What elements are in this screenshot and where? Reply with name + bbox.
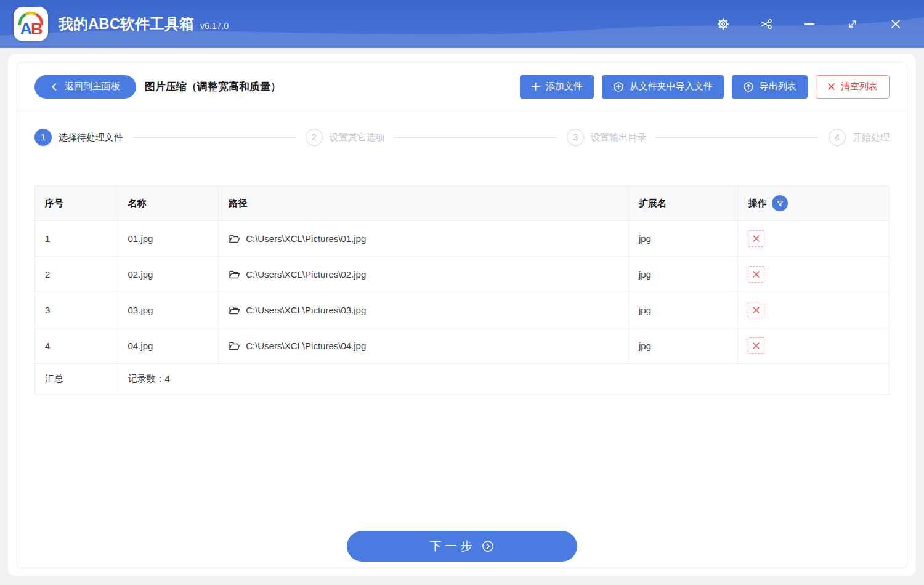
col-header-name: 名称 xyxy=(118,186,219,221)
step-indicator: 1 选择待处理文件 2 设置其它选项 3 设置输出目录 4 开始处理 xyxy=(17,129,907,146)
step-4-label: 开始处理 xyxy=(853,132,890,143)
cell-ext: jpg xyxy=(628,292,738,328)
folder-icon xyxy=(229,270,240,280)
folder-icon xyxy=(229,234,240,244)
circle-chevron-right-icon xyxy=(482,539,495,553)
step-3-circle: 3 xyxy=(567,129,584,146)
step-4-start: 4 开始处理 xyxy=(829,129,890,146)
card-header: 返回到主面板 图片压缩（调整宽高和质量） 添加文件 从文件夹中导入文件 xyxy=(17,62,907,111)
step-connector xyxy=(395,137,557,138)
logo-letters: AB xyxy=(14,20,48,39)
main-panel: 返回到主面板 图片压缩（调整宽高和质量） 添加文件 从文件夹中导入文件 xyxy=(8,54,916,576)
filter-icon[interactable] xyxy=(772,195,788,211)
export-list-button[interactable]: 导出列表 xyxy=(732,75,808,99)
step-1-circle: 1 xyxy=(34,129,52,146)
titlebar: AB 我的ABC软件工具箱 v6.17.0 xyxy=(0,0,924,48)
cell-name: 01.jpg xyxy=(118,221,219,257)
cell-index: 4 xyxy=(35,328,118,364)
next-step-button[interactable]: 下一步 xyxy=(347,531,577,562)
summary-row: 汇总 记录数：4 xyxy=(35,364,890,395)
delete-row-button[interactable] xyxy=(748,337,764,354)
back-to-dashboard-button[interactable]: 返回到主面板 xyxy=(34,75,136,99)
delete-row-button[interactable] xyxy=(748,266,764,283)
scissors-icon[interactable] xyxy=(760,18,772,30)
cell-path: C:\Users\XCL\Pictures\01.jpg xyxy=(246,233,366,244)
cell-ext: jpg xyxy=(628,257,738,292)
cell-path: C:\Users\XCL\Pictures\02.jpg xyxy=(246,269,366,280)
cell-ext: jpg xyxy=(628,328,738,364)
table-row: 2 02.jpg C:\Users\XCL\Pictures\02.jpg jp… xyxy=(35,257,890,292)
close-icon[interactable] xyxy=(890,18,902,30)
table-header-row: 序号 名称 路径 扩展名 操作 xyxy=(35,186,890,221)
step-connector xyxy=(656,137,819,138)
folder-icon xyxy=(229,305,240,315)
plus-icon xyxy=(531,82,540,91)
import-from-folder-button[interactable]: 从文件夹中导入文件 xyxy=(602,75,724,99)
chevron-left-icon xyxy=(51,83,57,91)
add-files-button[interactable]: 添加文件 xyxy=(520,75,594,99)
step-1-label: 选择待处理文件 xyxy=(59,132,123,143)
content-card: 返回到主面板 图片压缩（调整宽高和质量） 添加文件 从文件夹中导入文件 xyxy=(17,62,907,568)
file-table: 序号 名称 路径 扩展名 操作 xyxy=(34,185,890,395)
cell-ext: jpg xyxy=(628,221,738,257)
folder-icon xyxy=(229,341,240,351)
step-2-options: 2 设置其它选项 xyxy=(306,129,385,146)
settings-icon[interactable] xyxy=(717,18,729,30)
file-table-container: 序号 名称 路径 扩展名 操作 xyxy=(17,185,907,395)
clear-list-button[interactable]: 清空列表 xyxy=(816,75,890,99)
cell-name: 04.jpg xyxy=(118,328,219,364)
table-row: 4 04.jpg C:\Users\XCL\Pictures\04.jpg jp… xyxy=(35,328,890,364)
cell-name: 02.jpg xyxy=(118,257,219,292)
cell-name: 03.jpg xyxy=(118,292,219,328)
import-from-folder-label: 从文件夹中导入文件 xyxy=(630,81,713,92)
delete-row-button[interactable] xyxy=(748,302,764,318)
cell-path: C:\Users\XCL\Pictures\03.jpg xyxy=(246,305,366,315)
delete-row-button[interactable] xyxy=(748,230,764,247)
step-3-label: 设置输出目录 xyxy=(591,132,646,143)
cell-index: 1 xyxy=(35,221,118,257)
col-header-path: 路径 xyxy=(219,186,629,221)
export-list-label: 导出列表 xyxy=(760,81,796,92)
app-window: AB 我的ABC软件工具箱 v6.17.0 xyxy=(0,0,924,585)
app-title: 我的ABC软件工具箱 xyxy=(59,14,194,34)
export-icon xyxy=(743,81,754,92)
step-3-output-dir: 3 设置输出目录 xyxy=(567,129,646,146)
app-logo: AB xyxy=(14,7,48,41)
step-2-label: 设置其它选项 xyxy=(330,132,385,143)
col-header-ext: 扩展名 xyxy=(628,186,738,221)
clear-list-label: 清空列表 xyxy=(841,81,878,92)
cell-index: 2 xyxy=(35,257,118,292)
circle-plus-icon xyxy=(613,81,624,92)
col-header-index: 序号 xyxy=(35,186,118,221)
table-row: 3 03.jpg C:\Users\XCL\Pictures\03.jpg jp… xyxy=(35,292,890,328)
x-icon xyxy=(827,83,835,91)
col-header-action: 操作 xyxy=(748,198,766,209)
back-button-label: 返回到主面板 xyxy=(65,81,120,92)
cell-path: C:\Users\XCL\Pictures\04.jpg xyxy=(246,341,366,351)
cell-index: 3 xyxy=(35,292,118,328)
resize-icon[interactable] xyxy=(846,18,859,30)
add-files-label: 添加文件 xyxy=(546,81,583,92)
page-title: 图片压缩（调整宽高和质量） xyxy=(145,79,281,94)
minimize-icon[interactable] xyxy=(803,18,816,30)
table-row: 1 01.jpg C:\Users\XCL\Pictures\01.jpg jp… xyxy=(35,221,890,257)
step-4-circle: 4 xyxy=(829,129,846,146)
step-connector xyxy=(133,137,296,138)
app-version: v6.17.0 xyxy=(200,21,229,31)
summary-record-count: 记录数：4 xyxy=(118,364,889,395)
step-2-circle: 2 xyxy=(306,129,323,146)
summary-label: 汇总 xyxy=(35,364,118,395)
next-step-label: 下一步 xyxy=(430,538,476,554)
step-1-select-files: 1 选择待处理文件 xyxy=(34,129,123,146)
